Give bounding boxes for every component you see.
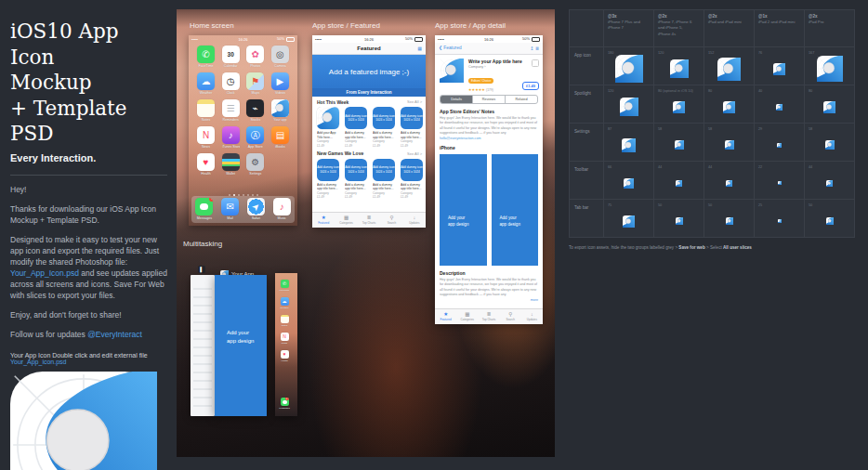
twitter-link[interactable]: @EveryInteract [87, 330, 142, 339]
app-icon-clock: ◷Clock [222, 72, 240, 95]
description-heading: Description [440, 270, 538, 276]
scale-label: @1x [758, 14, 801, 19]
your-app-icon [717, 58, 741, 81]
company-link[interactable]: Company › [468, 65, 539, 69]
notification-badge: 1 [209, 198, 213, 202]
app-icon-weather: ☁Weather [278, 297, 291, 309]
tab-categories[interactable]: ▦Categories [335, 213, 357, 228]
icon-preview [654, 167, 704, 199]
tab-reviews[interactable]: Reviews [472, 96, 505, 103]
see-all-link[interactable]: See All > [407, 99, 422, 104]
tab-search[interactable]: ⚲Search [500, 309, 521, 324]
app-icon-videos: ▶Videos [271, 72, 289, 95]
tab-label: Top Charts [358, 221, 380, 225]
app-label: Videos [271, 91, 289, 95]
caption-psd-link[interactable]: Your_App_icon.psd [10, 359, 66, 365]
history-icon[interactable]: ▦ [417, 46, 422, 51]
icon-preview [704, 91, 754, 123]
dummy-app-icon: Add dummy icon 1024 x 1024 [345, 107, 367, 129]
section-header-games: New Games We Love See All > [312, 149, 426, 159]
size-cell-tab-bar: 75 [604, 200, 654, 238]
icon-preview [654, 53, 704, 85]
chat-bubble-icon [283, 400, 287, 404]
more-link[interactable]: more [531, 298, 538, 302]
store-cell-dummy[interactable]: Add dummy icon 1024 x 1024Add a dummy ap… [401, 107, 425, 149]
multitasking-your-app-card[interactable]: Add your app design [215, 275, 267, 416]
top-charts-icon: ≣ [358, 215, 380, 220]
tab-top-charts[interactable]: ≣Top Charts [358, 213, 380, 228]
updates-icon: ↓ [403, 215, 426, 220]
size-cell-tab-bar: 50 [704, 200, 755, 238]
size-cell-tab-bar: 25 [755, 200, 805, 238]
your-app-icon-large[interactable] [10, 372, 157, 470]
see-all-link[interactable]: See All > [407, 151, 422, 156]
app-icon-camera: ◎Camera [271, 46, 289, 68]
store-cell-dummy[interactable]: Add dummy icon 1024 x 1024Add a dummy ap… [345, 159, 369, 201]
icon-preview [805, 167, 854, 199]
price-button[interactable]: £1.49 [522, 82, 539, 90]
news-icon: N [197, 126, 215, 144]
app-label: Settings [246, 172, 264, 176]
dummy-app-icon: Add dummy icon 1024 x 1024 [345, 159, 367, 181]
tab-featured[interactable]: ★Featured [435, 309, 456, 324]
share-and-list-icons[interactable]: ↥ ≣ [530, 46, 539, 51]
featured-hero-banner[interactable]: Add a featured image ;-) [312, 55, 426, 88]
dummy-app-icon: Add dummy icon 1024 x 1024 [373, 107, 395, 129]
tab-related[interactable]: Related [505, 96, 537, 103]
app-label: FaceTime [278, 289, 291, 292]
editors-notes-body: Hey guys! Jon Every Interaction here. We… [440, 116, 538, 140]
store-app-price: £1.49 [373, 195, 397, 200]
icon-preview [805, 53, 854, 85]
device-label: iPad and iPad mini [708, 20, 751, 25]
psd-file-link[interactable]: Your_App_Icon.psd [10, 268, 79, 278]
store-cell-dummy[interactable]: Add dummy icon 1024 x 1024Add a dummy ap… [317, 159, 341, 201]
top-charts-icon: ≣ [478, 311, 499, 317]
icon-preview [654, 205, 704, 237]
instructions-pre: Designed to make it easy to test your ne… [10, 235, 159, 267]
status-bar: ••••• 16:26 50% [189, 35, 297, 43]
store-cell-your-app[interactable]: Add your App Title here...Category£1.49 [317, 107, 341, 149]
reminders-icon: ☰ [222, 99, 240, 117]
store-app-price: £1.49 [317, 195, 341, 200]
multitasking-left-card[interactable] [191, 275, 215, 416]
tab-categories[interactable]: ▦Categories [456, 309, 478, 324]
app-icon-itunes-store: ♪iTunes Store [222, 126, 240, 149]
size-cell-app-icon: 167 [805, 47, 855, 85]
store-cell-dummy[interactable]: Add dummy icon 1024 x 1024Add a dummy ap… [345, 107, 369, 149]
email-link[interactable]: hello@everyinteraction.com [440, 137, 480, 140]
tab-updates[interactable]: ↓Updates [403, 213, 426, 228]
status-bar: ••••• 16:26 50% [312, 35, 426, 43]
back-button[interactable]: ❮ Featured [439, 46, 462, 50]
store-cell-dummy[interactable]: Add dummy icon 1024 x 1024Add a dummy ap… [373, 159, 397, 201]
icon-preview [704, 205, 754, 237]
settings-icon: ⚙ [246, 153, 264, 171]
your-app-icon [823, 101, 835, 113]
tab-details[interactable]: Details [441, 96, 472, 103]
app-label: iTunes Store [222, 145, 240, 149]
your-app-icon [675, 140, 684, 150]
page-title: iOS10 App Icon Mockup + Template PSD [10, 19, 167, 147]
your-app-icon [317, 107, 339, 129]
app-store-featured-mockup: ••••• 16:26 50% Featured ▦ Add a feature… [312, 35, 426, 228]
store-cell-dummy[interactable]: Add dummy icon 1024 x 1024Add a dummy ap… [401, 159, 425, 201]
notification-badge: 1 [285, 398, 289, 400]
left-card-content [193, 288, 212, 409]
store-cell-dummy[interactable]: Add dummy icon 1024 x 1024Add a dummy ap… [373, 107, 397, 149]
tab-featured[interactable]: ★Featured [312, 213, 335, 228]
tab-search[interactable]: ⚲Search [380, 213, 402, 228]
icon-preview [704, 167, 754, 199]
size-cell-app-icon: 76 [755, 47, 805, 85]
size-cell-tab-bar: 50 [654, 200, 704, 238]
itunes-store-icon: ♪ [222, 126, 240, 144]
app-detail-label: App store / App detail [435, 21, 506, 30]
device-label: iPad Pro [809, 20, 851, 25]
tab-updates[interactable]: ↓Updates [521, 309, 543, 324]
size-cell-settings: 29 [755, 124, 805, 162]
device-label: iPad 2 and iPad mini [758, 20, 801, 25]
maps-icon: ⚑ [246, 72, 264, 90]
app-label: Health [278, 359, 291, 362]
tab-top-charts[interactable]: ≣Top Charts [478, 309, 499, 324]
hero-title: Add a featured image ;-) [329, 68, 409, 76]
status-time: 16:26 [435, 37, 543, 42]
multitasking-home-card[interactable]: ✆FaceTime☁WeatherNotesNNews♥Health1Messa… [275, 273, 297, 416]
